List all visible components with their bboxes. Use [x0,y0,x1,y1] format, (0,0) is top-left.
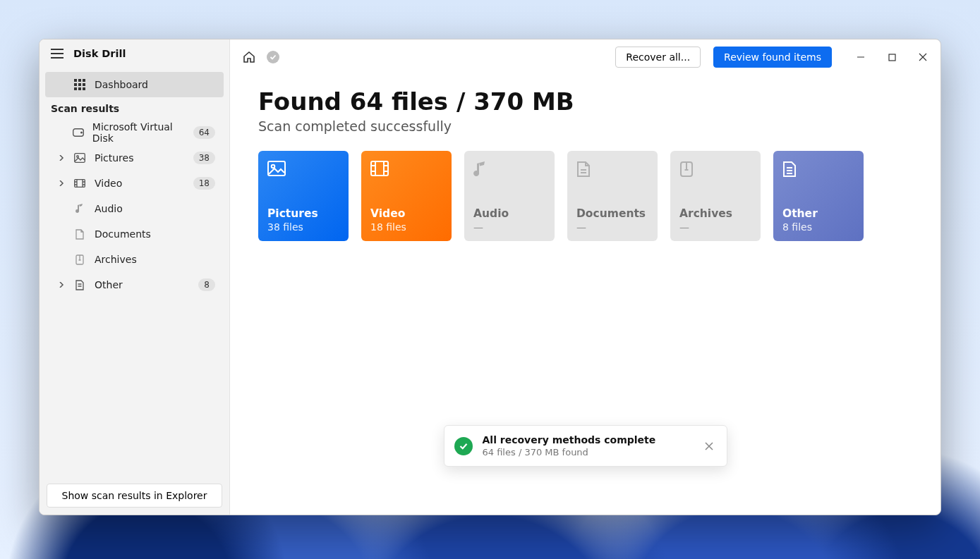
nav-label: Pictures [95,152,133,164]
recover-all-button[interactable]: Recover all... [615,47,701,68]
menu-icon[interactable] [51,49,63,59]
nav-disk[interactable]: Microsoft Virtual Disk 64 [45,120,224,145]
toast-sub: 64 files / 370 MB found [483,447,656,457]
nav-documents[interactable]: Documents [45,221,224,247]
document-icon [576,161,595,179]
nav-label: Microsoft Virtual Disk [92,121,185,144]
nav-section-title: Scan results [40,97,229,120]
card-sub: — [473,221,545,233]
show-in-explorer-button[interactable]: Show scan results in Explorer [47,484,222,508]
card-sub: 8 files [782,221,854,233]
archive-icon [679,161,698,179]
archive-icon [73,254,86,265]
nav-archives[interactable]: Archives [45,247,224,272]
svg-rect-5 [83,83,85,86]
svg-rect-1 [78,79,81,82]
nav-label: Dashboard [95,79,148,90]
film-icon [370,161,389,179]
svg-rect-11 [75,154,85,163]
svg-rect-6 [74,87,77,90]
film-icon [73,179,86,188]
document-icon [73,229,86,240]
nav-label: Video [95,178,122,189]
nav-audio[interactable]: Audio [45,196,224,221]
svg-point-12 [77,156,79,158]
close-button[interactable] [912,47,933,68]
nav-label: Other [95,279,123,290]
page-subtitle: Scan completed successfully [258,118,912,134]
category-cards: Pictures 38 files Video 18 files Audio — [258,151,912,241]
card-audio[interactable]: Audio — [464,151,555,241]
card-title: Documents [576,207,648,220]
svg-rect-3 [74,83,77,86]
svg-rect-8 [83,87,85,90]
music-note-icon [73,204,86,214]
app-name: Disk Drill [73,48,126,59]
svg-rect-0 [74,79,77,82]
image-icon [267,161,286,179]
main: Recover all... Review found items Found … [230,39,940,515]
card-other[interactable]: Other 8 files [773,151,864,241]
content: Found 64 files / 370 MB Scan completed s… [230,75,940,254]
svg-rect-4 [78,83,81,86]
toast-close-button[interactable] [701,438,717,454]
svg-rect-15 [889,54,895,61]
minimize-button[interactable] [850,47,871,68]
svg-rect-7 [78,87,81,90]
file-icon [782,161,801,179]
sidebar: Disk Drill Dashboard Scan results Micros… [40,39,230,515]
nav-video[interactable]: Video 18 [45,171,224,196]
card-sub: 38 files [267,221,339,233]
nav-count: 38 [193,152,215,164]
app-window: Disk Drill Dashboard Scan results Micros… [39,39,941,515]
nav-pictures[interactable]: Pictures 38 [45,145,224,171]
topbar: Recover all... Review found items [230,39,940,75]
card-title: Other [782,207,854,220]
maximize-button[interactable] [881,47,902,68]
disk-icon [73,128,84,137]
nav-dashboard[interactable]: Dashboard [45,72,224,97]
nav-label: Audio [95,203,123,214]
grid-icon [73,79,86,90]
card-title: Audio [473,207,545,220]
card-sub: 18 files [370,221,442,233]
nav-count: 18 [193,177,215,190]
home-icon[interactable] [240,48,258,66]
card-documents[interactable]: Documents — [567,151,658,241]
nav-other[interactable]: Other 8 [45,272,224,297]
card-pictures[interactable]: Pictures 38 files [258,151,349,241]
toast-title: All recovery methods complete [483,434,656,446]
page-title: Found 64 files / 370 MB [258,87,912,116]
card-title: Archives [679,207,751,220]
svg-rect-18 [371,161,388,176]
card-sub: — [576,221,648,233]
toast-text: All recovery methods complete 64 files /… [483,434,656,457]
card-video[interactable]: Video 18 files [361,151,452,241]
nav-label: Documents [95,228,151,240]
toast-recovery-complete: All recovery methods complete 64 files /… [444,425,727,467]
nav-label: Archives [95,254,137,265]
sidebar-footer: Show scan results in Explorer [40,477,229,515]
card-sub: — [679,221,751,233]
music-note-icon [473,161,492,179]
check-badge-icon[interactable] [267,51,279,63]
check-circle-icon [454,437,473,455]
review-found-items-button[interactable]: Review found items [713,47,832,68]
svg-point-10 [81,132,83,133]
file-icon [73,280,86,290]
card-title: Video [370,207,442,220]
chevron-right-icon [58,282,65,288]
nav-count: 64 [193,126,215,139]
svg-rect-2 [83,79,85,82]
card-title: Pictures [267,207,339,220]
image-icon [73,153,86,163]
nav-count: 8 [198,278,215,291]
chevron-right-icon [58,155,65,161]
card-archives[interactable]: Archives — [670,151,761,241]
chevron-right-icon [58,180,65,186]
svg-point-17 [272,165,275,168]
sidebar-header: Disk Drill [40,39,229,72]
svg-rect-13 [75,180,85,188]
svg-rect-16 [268,161,285,176]
